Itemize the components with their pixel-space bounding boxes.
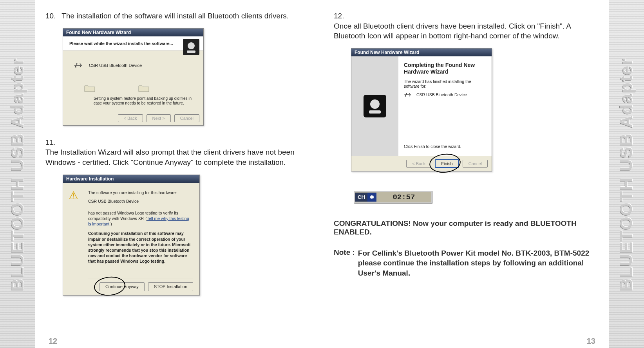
- cdlg-devline: CSR USB Bluetooth Device: [404, 92, 486, 97]
- finish-circle: Finish: [432, 159, 459, 168]
- hdlg-device: CSR USB Bluetooth Device: [88, 198, 193, 204]
- note-text: For Cellink's Bluetooth Power Kit model …: [358, 248, 599, 278]
- side-label-right: BLUETOOTH USB Adapter: [617, 57, 636, 291]
- continue-anyway-button[interactable]: Continue Anyway: [99, 282, 145, 291]
- step-11: 11. The Installation Wizard will also pr…: [45, 137, 310, 168]
- svg-rect-2: [187, 50, 195, 53]
- page-12: 10. The installation of the software wil…: [45, 11, 310, 348]
- step-12-text: Once all Bluetooth client drivers have b…: [334, 21, 583, 41]
- wizard-banner-icon: [364, 95, 386, 117]
- figure-completing-wizard: Found New Hardware Wizard Completing the…: [351, 48, 496, 171]
- cdlg-split: Completing the Found New Hardware Wizard…: [351, 56, 492, 156]
- cdlg-device: CSR USB Bluetooth Device: [416, 92, 467, 97]
- step-11-num: 11.: [45, 137, 60, 148]
- hdlg-rule: [88, 278, 193, 278]
- page-spread: 10. The installation of the software wil…: [35, 0, 609, 348]
- page-13: 12. Once all Bluetooth client drivers ha…: [334, 11, 599, 348]
- svg-rect-9: [405, 96, 406, 97]
- svg-rect-4: [75, 66, 76, 67]
- cdlg-sub: The wizard has finished installing the s…: [404, 79, 486, 88]
- svg-point-6: [370, 99, 380, 109]
- hdlg-line1: The software you are installing for this…: [88, 190, 193, 195]
- dlg-completing-wizard: Found New Hardware Wizard Completing the…: [351, 48, 492, 171]
- back-button[interactable]: < Back: [406, 160, 431, 168]
- hdlg-bold-warning: Continuing your installation of this sof…: [88, 231, 193, 264]
- hdlg-buttons: Continue Anyway STOP Installation: [88, 282, 193, 291]
- next-button[interactable]: Next >: [147, 114, 171, 122]
- folder-icon: [84, 84, 95, 92]
- cdlg-footer: < Back Finish Cancel: [351, 156, 492, 171]
- dlg-body: CSR USB Bluetooth Device Setting a syste…: [63, 51, 203, 111]
- note-block: Note : For Cellink's Bluetooth Power Kit…: [334, 248, 599, 278]
- dlg-subtext: Setting a system restore point and backi…: [94, 96, 192, 106]
- continue-anyway-circle: Continue Anyway: [97, 282, 145, 291]
- cdlg-right: Completing the Found New Hardware Wizard…: [398, 56, 492, 156]
- dlg-found-new-hardware: Found New Hardware Wizard Please wait wh…: [63, 28, 204, 126]
- warning-icon: ⚠: [69, 188, 78, 203]
- side-deco-right: BLUETOOTH USB Adapter: [609, 0, 644, 348]
- language-indicator[interactable]: CH: [355, 193, 367, 202]
- step-11-text: The Installation Wizard will also prompt…: [45, 147, 295, 167]
- wizard-device-icon: [183, 39, 199, 55]
- step-10: 10. The installation of the software wil…: [45, 11, 310, 21]
- tray-clock: 02:57: [376, 192, 431, 202]
- finish-button[interactable]: Finish: [435, 159, 459, 168]
- hdlg-body: ⚠ The software you are installing for th…: [63, 183, 199, 296]
- back-button[interactable]: < Back: [118, 114, 143, 122]
- dlg-folder-icons: [84, 84, 192, 92]
- dlg-device-name: CSR USB Bluetooth Device: [89, 63, 142, 68]
- side-deco-left: BLUETOOTH USB Adapter: [0, 0, 35, 348]
- cancel-button[interactable]: Cancel: [174, 114, 199, 122]
- usb-icon: [404, 92, 412, 97]
- cdlg-banner: [351, 56, 398, 156]
- step-12: 12. Once all Bluetooth client drivers ha…: [334, 11, 599, 41]
- page-number-13: 13: [587, 337, 595, 346]
- hdlg-line2-end: ): [110, 222, 112, 226]
- congrats-text: CONGRATULATIONS! Now your computer is re…: [334, 219, 599, 236]
- step-10-num: 10.: [45, 11, 60, 21]
- step-10-text: The installation of the software will in…: [62, 11, 289, 21]
- system-tray: CH ✱ 02:57: [354, 191, 432, 204]
- dlg-titlebar: Found New Hardware Wizard: [63, 29, 203, 36]
- page-number-12: 12: [49, 337, 57, 346]
- bluetooth-tray-icon[interactable]: ✱: [367, 193, 376, 202]
- cdlg-heading: Completing the Found New Hardware Wizard: [404, 62, 486, 75]
- figure-hardware-installation: Hardware Installation ⚠ The software you…: [63, 175, 204, 296]
- stop-installation-button[interactable]: STOP Installation: [148, 282, 193, 291]
- hdlg-line2-wrap: has not passed Windows Logo testing to v…: [88, 210, 193, 227]
- svg-rect-7: [369, 110, 381, 114]
- hdlg-titlebar: Hardware Installation: [63, 175, 199, 183]
- dlg-hardware-installation: Hardware Installation ⚠ The software you…: [63, 175, 200, 296]
- cancel-button[interactable]: Cancel: [463, 160, 488, 168]
- cdlg-closing: Click Finish to close the wizard.: [404, 144, 486, 149]
- dlg-footer: < Back Next > Cancel: [63, 111, 203, 125]
- note-label: Note :: [334, 248, 355, 278]
- svg-point-8: [406, 93, 407, 94]
- cdlg-titlebar: Found New Hardware Wizard: [351, 49, 492, 56]
- side-label-left: BLUETOOTH USB Adapter: [8, 57, 27, 291]
- dlg-heading-text: Please wait while the wizard installs th…: [69, 41, 173, 46]
- step-12-num: 12.: [334, 11, 348, 21]
- svg-point-1: [188, 42, 195, 49]
- svg-point-3: [76, 63, 77, 64]
- usb-icon: [74, 63, 83, 68]
- folder-icon: [138, 84, 149, 92]
- figure-install-wizard: Found New Hardware Wizard Please wait wh…: [63, 28, 204, 126]
- dlg-device-row: CSR USB Bluetooth Device: [74, 63, 192, 68]
- dlg-heading: Please wait while the wizard installs th…: [63, 36, 203, 51]
